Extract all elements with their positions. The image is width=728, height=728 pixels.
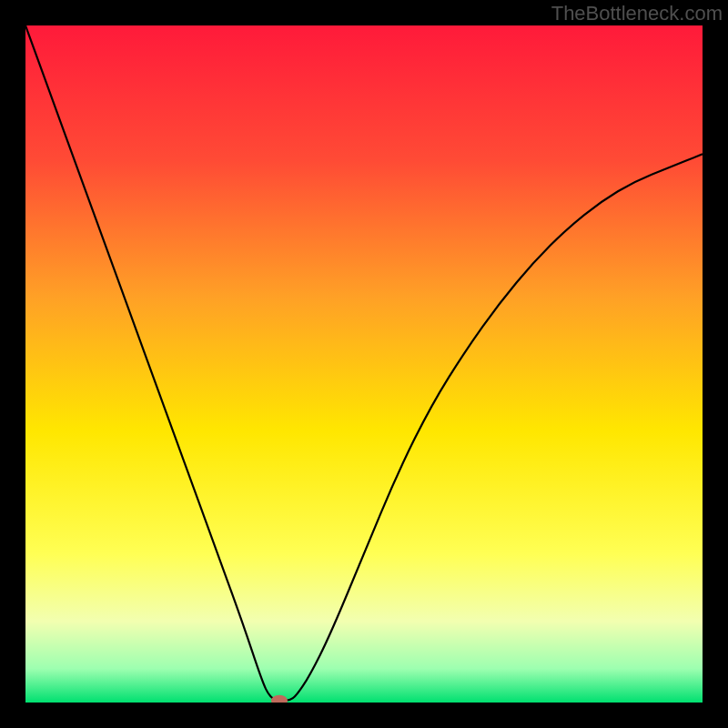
chart-plot-area — [25, 25, 703, 703]
watermark-text: TheBottleneck.com — [551, 2, 723, 25]
bottleneck-chart — [25, 25, 703, 703]
chart-background — [25, 25, 703, 703]
